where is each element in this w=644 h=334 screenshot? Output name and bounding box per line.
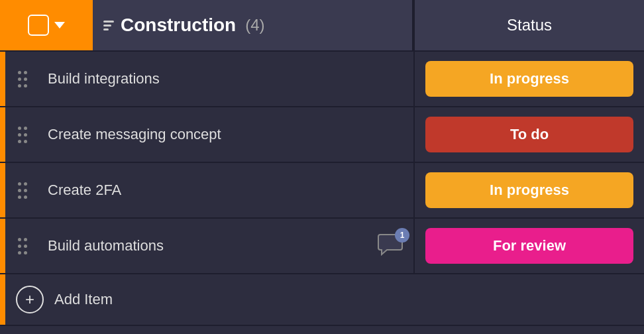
drag-dots-icon: [18, 182, 27, 199]
comment-count: 1: [395, 228, 409, 243]
plus-icon: +: [25, 292, 34, 307]
drag-handle[interactable]: [5, 219, 40, 273]
drag-dots-icon: [18, 238, 27, 254]
sort-icon[interactable]: [103, 21, 114, 30]
task-title: Build automations: [40, 237, 378, 254]
status-badge[interactable]: In progress: [425, 61, 633, 97]
status-cell: To do: [415, 107, 644, 162]
add-row-accent: [0, 274, 5, 325]
drag-handle[interactable]: [5, 107, 40, 162]
header-title-area: Construction (4): [93, 0, 413, 50]
row-accent: [0, 163, 5, 217]
add-item-button[interactable]: +: [16, 286, 44, 313]
add-item-row: + Add Item: [0, 274, 644, 326]
status-badge[interactable]: To do: [425, 117, 633, 152]
status-badge[interactable]: In progress: [425, 172, 633, 208]
status-column-header: Status: [507, 16, 552, 34]
task-title: Build integrations: [40, 70, 367, 87]
row-accent: [0, 219, 5, 273]
row-accent: [0, 52, 5, 106]
status-badge[interactable]: For review: [425, 228, 633, 264]
table-row: Create messaging concept To do: [0, 107, 644, 163]
status-cell: For review: [415, 219, 644, 273]
construction-table: Construction (4) Status Build integratio…: [0, 0, 644, 334]
drag-dots-icon: [18, 127, 27, 143]
status-cell: In progress: [415, 163, 644, 217]
header-row: Construction (4) Status: [0, 0, 644, 52]
table-row: Build integrations In progress: [0, 52, 644, 107]
drag-dots-icon: [18, 71, 27, 87]
task-title: Create messaging concept: [40, 126, 367, 143]
table-row: Create 2FA In progress: [0, 163, 644, 219]
table-row: Build automations 1 For review: [0, 219, 644, 274]
comment-badge[interactable]: 1: [378, 233, 403, 258]
rows-container: Build integrations In progress Create me…: [0, 52, 644, 274]
drag-handle[interactable]: [5, 163, 40, 217]
drag-handle[interactable]: [5, 52, 40, 106]
task-title: Create 2FA: [40, 182, 367, 199]
select-all-checkbox[interactable]: [28, 15, 49, 36]
group-count: (4): [245, 16, 264, 34]
status-cell: In progress: [415, 52, 644, 106]
row-accent: [0, 107, 5, 162]
add-item-label: Add Item: [54, 291, 113, 308]
sort-bar-1: [103, 21, 114, 23]
group-title: Construction: [121, 15, 236, 36]
sort-bar-3: [103, 28, 109, 30]
header-status-area: Status: [415, 0, 644, 50]
chevron-down-icon[interactable]: [54, 22, 65, 28]
sort-bar-2: [103, 25, 111, 27]
header-checkbox-area: [0, 0, 93, 50]
